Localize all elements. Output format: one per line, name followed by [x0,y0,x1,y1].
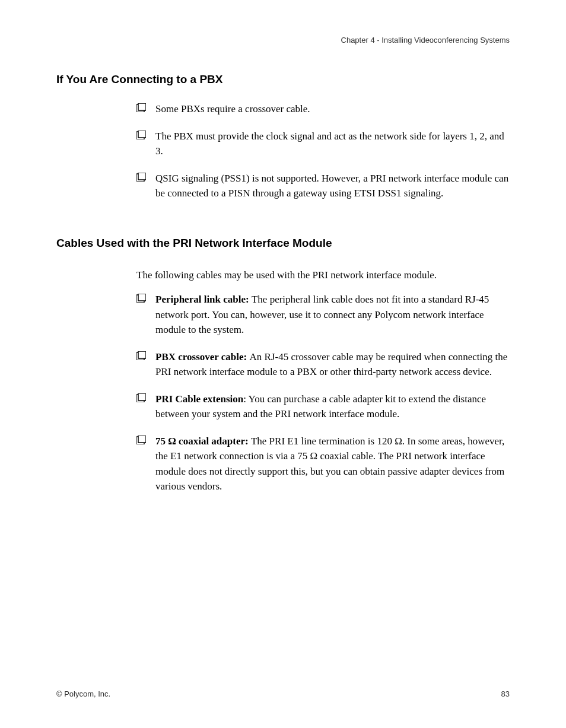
item-text: 75 Ω coaxial adapter: The PRI E1 line te… [155,434,510,494]
checkbox-icon [136,294,146,303]
checkbox-icon [136,131,146,139]
svg-rect-1 [138,103,146,110]
item-text: PRI Cable extension: You can purchase a … [155,392,510,422]
item-text: PBX crossover cable: An RJ-45 crossover … [155,349,510,380]
svg-rect-9 [138,351,146,358]
list-item: Some PBXs require a crossover cable. [136,101,510,117]
heading-pbx: If You Are Connecting to a PBX [56,73,510,86]
page-footer: © Polycom, Inc. 83 [56,689,510,698]
item-text: QSIG signaling (PSS1) is not supported. … [155,171,510,201]
checkbox-icon [136,351,146,360]
item-bold: 75 Ω coaxial adapter: [155,435,251,447]
content-cables: The following cables may be used with th… [136,268,510,494]
checkbox-icon [136,173,146,182]
checkbox-icon [136,103,146,112]
list-item: The PBX must provide the clock signal an… [136,129,510,159]
intro-text: The following cables may be used with th… [136,268,510,283]
chapter-title: Chapter 4 - Installing Videoconferencing… [341,36,510,44]
page-number: 83 [501,689,510,698]
item-bold: Peripheral link cable: [155,294,252,305]
content-pbx: Some PBXs require a crossover cable. The… [136,101,510,201]
item-bold: PBX crossover cable: [155,351,249,363]
item-text: Some PBXs require a crossover cable. [155,101,310,117]
list-item: 75 Ω coaxial adapter: The PRI E1 line te… [136,434,510,494]
svg-rect-5 [138,173,146,180]
item-text: The PBX must provide the clock signal an… [155,129,510,159]
checkbox-icon [136,393,146,402]
svg-rect-13 [138,435,146,443]
svg-rect-7 [138,294,146,301]
item-bold: PRI Cable extension [155,393,243,405]
page-header: Chapter 4 - Installing Videoconferencing… [56,36,510,44]
list-item: QSIG signaling (PSS1) is not supported. … [136,171,510,201]
item-text: Peripheral link cable: The peripheral li… [155,292,510,338]
list-item: PRI Cable extension: You can purchase a … [136,392,510,422]
svg-rect-11 [138,393,146,400]
section-pbx: If You Are Connecting to a PBX Some PBXs… [56,73,510,201]
svg-rect-3 [138,131,146,138]
checkbox-icon [136,435,146,444]
section-cables: Cables Used with the PRI Network Interfa… [56,237,510,494]
heading-cables: Cables Used with the PRI Network Interfa… [56,237,510,250]
list-item: Peripheral link cable: The peripheral li… [136,292,510,338]
copyright-text: © Polycom, Inc. [56,689,110,698]
list-item: PBX crossover cable: An RJ-45 crossover … [136,349,510,380]
